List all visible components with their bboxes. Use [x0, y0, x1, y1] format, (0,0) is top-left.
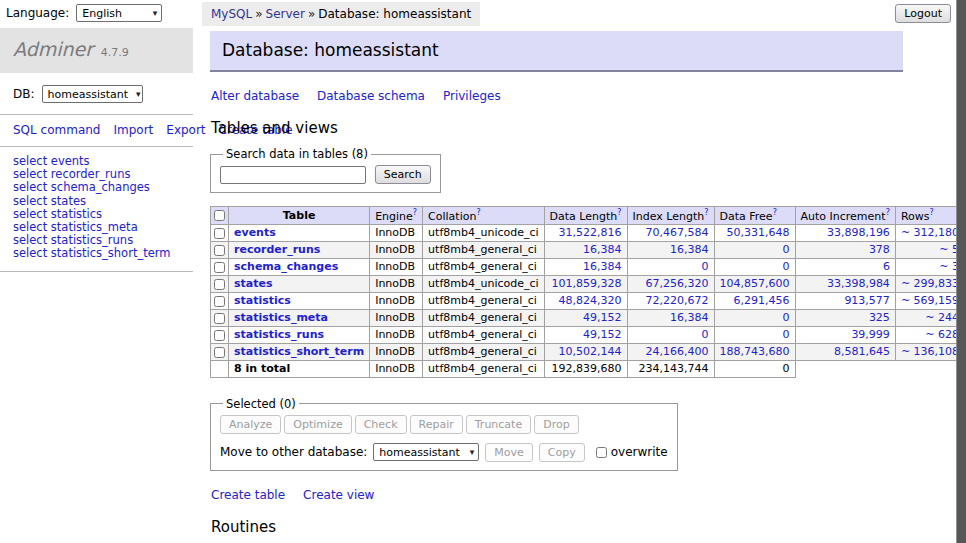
column-help-link[interactable]: ?	[704, 208, 708, 217]
select-link-states[interactable]: select	[13, 194, 47, 208]
sidebar-menu: SQL commandImportExportCreate table	[0, 115, 193, 147]
table-link-statistics[interactable]: statistics	[51, 207, 102, 221]
table-link-recorder-runs[interactable]: recorder_runs	[51, 167, 131, 181]
menu-link-sql-command[interactable]: SQL command	[13, 123, 100, 137]
repair-button[interactable]: Repair	[410, 415, 463, 434]
column-help-link[interactable]: ?	[773, 208, 777, 217]
overwrite-checkbox[interactable]	[596, 447, 607, 458]
collation-cell: utf8mb4_general_ci	[423, 241, 544, 258]
row-checkbox[interactable]	[214, 262, 225, 273]
optimize-button[interactable]: Optimize	[284, 415, 351, 434]
table-name-link[interactable]: statistics_runs	[234, 328, 324, 341]
search-button[interactable]: Search	[375, 165, 431, 184]
move-button[interactable]: Move	[485, 443, 533, 462]
table-name-cell: statistics	[229, 292, 370, 309]
select-link-schema-changes[interactable]: select	[13, 180, 47, 194]
drop-button[interactable]: Drop	[534, 415, 578, 434]
column-help-link[interactable]: ?	[617, 208, 621, 217]
truncate-button[interactable]: Truncate	[466, 415, 531, 434]
auto-increment-cell: 378	[795, 241, 895, 258]
select-all-checkbox[interactable]	[214, 210, 225, 221]
chevron-down-icon: ▾	[153, 9, 158, 18]
link-alter-database[interactable]: Alter database	[211, 89, 299, 103]
breadcrumb-link-mysql[interactable]: MySQL	[211, 7, 252, 21]
rows-cell: ~ 5	[895, 241, 964, 258]
table-name-link[interactable]: schema_changes	[234, 260, 338, 273]
scrollbar[interactable]	[956, 0, 966, 543]
engine-cell: InnoDB	[370, 292, 423, 309]
table-row-schema-changes: schema_changesInnoDButf8mb4_general_ci16…	[211, 258, 966, 275]
rows-cell: ~ 3	[895, 258, 964, 275]
rows-cell: ~ 312,180	[895, 224, 964, 241]
table-link-states[interactable]: states	[51, 194, 86, 208]
select-link-statistics[interactable]: select	[13, 207, 47, 221]
link-privileges[interactable]: Privileges	[443, 89, 501, 103]
row-checkbox[interactable]	[214, 228, 225, 239]
column-help-link[interactable]: ?	[886, 208, 890, 217]
menu-link-export[interactable]: Export	[166, 123, 205, 137]
table-name-link[interactable]: recorder_runs	[234, 243, 320, 256]
table-name-cell: statistics_meta	[229, 309, 370, 326]
data-free-cell: 0	[714, 241, 795, 258]
link-database-schema[interactable]: Database schema	[317, 89, 425, 103]
row-checkbox[interactable]	[214, 313, 225, 324]
row-select-cell	[211, 275, 229, 292]
table-link-schema-changes[interactable]: schema_changes	[51, 180, 150, 194]
auto-increment-cell: 39,999	[795, 326, 895, 343]
db-select[interactable]: homeassistant ▾	[42, 85, 143, 103]
move-database-select[interactable]: homeassistant ▾	[373, 443, 479, 461]
engine-cell: InnoDB	[370, 224, 423, 241]
breadcrumb-link-server[interactable]: Server	[266, 7, 305, 21]
table-link-statistics-meta[interactable]: statistics_meta	[51, 220, 138, 234]
selected-fieldset: Selected (0) AnalyzeOptimizeCheckRepairT…	[210, 397, 678, 471]
table-name-link[interactable]: events	[234, 226, 276, 239]
row-checkbox[interactable]	[214, 279, 225, 290]
select-link-events[interactable]: select	[13, 154, 47, 168]
table-link-statistics-runs[interactable]: statistics_runs	[51, 233, 133, 247]
data-length-cell: 10,502,144	[544, 343, 627, 360]
search-input[interactable]	[220, 166, 366, 184]
overwrite-label: overwrite	[611, 445, 668, 459]
rows-cell: ~ 569,159	[895, 292, 964, 309]
logout-button[interactable]: Logout	[895, 4, 951, 23]
select-link-statistics-runs[interactable]: select	[13, 233, 47, 247]
copy-button[interactable]: Copy	[539, 443, 585, 462]
row-checkbox[interactable]	[214, 296, 225, 307]
column-help-link[interactable]: ?	[929, 208, 933, 217]
table-name-link[interactable]: statistics_meta	[234, 311, 328, 324]
table-name-cell: statistics_short_term	[229, 343, 370, 360]
column-header-index-length: Index Length?	[627, 207, 714, 225]
select-link-recorder-runs[interactable]: select	[13, 167, 47, 181]
table-row-events: eventsInnoDButf8mb4_unicode_ci31,522,816…	[211, 224, 966, 241]
row-checkbox[interactable]	[214, 330, 225, 341]
analyze-button[interactable]: Analyze	[220, 415, 281, 434]
sidebar: Adminer 4.7.9 DB: homeassistant ▾ SQL co…	[0, 28, 193, 272]
column-help-link[interactable]: ?	[476, 208, 480, 217]
data-length-cell: 16,384	[544, 241, 627, 258]
table-name-link[interactable]: statistics	[234, 294, 291, 307]
column-help-link[interactable]: ?	[413, 208, 417, 217]
row-select-cell	[211, 258, 229, 275]
column-header-rows: Rows?	[895, 207, 964, 225]
table-link-events[interactable]: events	[51, 154, 90, 168]
row-checkbox[interactable]	[214, 347, 225, 358]
check-button[interactable]: Check	[355, 415, 407, 434]
data-free-cell: 104,857,600	[714, 275, 795, 292]
table-row-statistics-runs: statistics_runsInnoDButf8mb4_general_ci4…	[211, 326, 966, 343]
select-link-statistics-meta[interactable]: select	[13, 220, 47, 234]
row-select-cell	[211, 326, 229, 343]
row-checkbox[interactable]	[214, 245, 225, 256]
language-select[interactable]: English ▾	[76, 4, 162, 22]
table-name-link[interactable]: statistics_short_term	[234, 345, 364, 358]
table-name-link[interactable]: states	[234, 277, 273, 290]
data-free-cell: 0	[714, 309, 795, 326]
menu-link-import[interactable]: Import	[113, 123, 153, 137]
auto-increment-cell: 325	[795, 309, 895, 326]
total-collation-cell: utf8mb4_general_ci	[423, 360, 544, 377]
link-create-table[interactable]: Create table	[211, 488, 285, 502]
table-link-statistics-short-term[interactable]: statistics_short_term	[51, 246, 171, 260]
language-select-value: English	[82, 7, 122, 20]
link-create-view[interactable]: Create view	[303, 488, 374, 502]
select-link-statistics-short-term[interactable]: select	[13, 246, 47, 260]
table-row-statistics: statisticsInnoDButf8mb4_general_ci48,824…	[211, 292, 966, 309]
